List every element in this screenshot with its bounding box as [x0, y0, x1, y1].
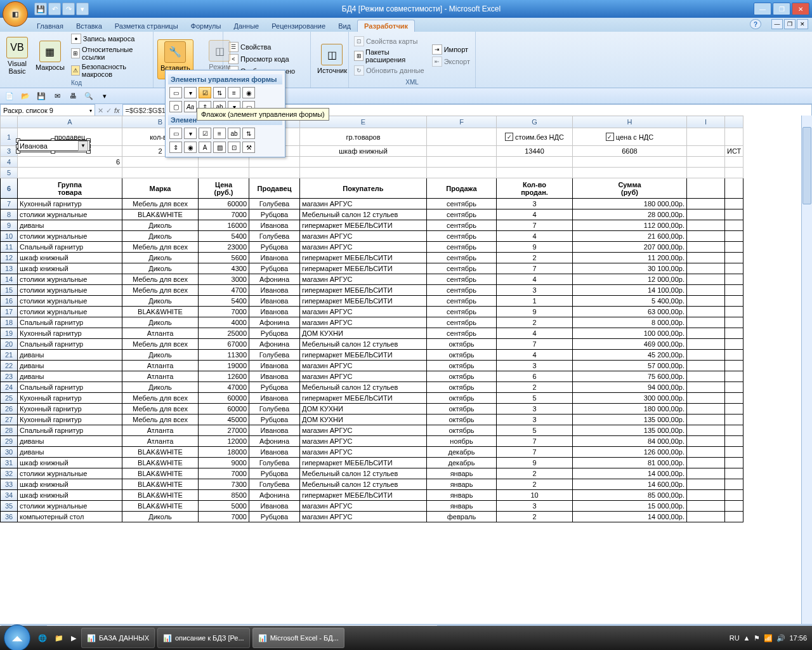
cell[interactable]: Мебельный салон 12 стульев [300, 382, 427, 393]
cell[interactable]: диваны [18, 436, 122, 447]
cell[interactable]: 67000 [199, 339, 249, 350]
cell[interactable]: 63 000,00р. [573, 307, 687, 317]
cell[interactable]: сентябрь [427, 307, 497, 317]
cell[interactable] [300, 168, 427, 178]
cell[interactable]: 5 [497, 425, 573, 436]
pinned-explorer-icon[interactable]: 📁 [51, 634, 67, 642]
cell[interactable]: сентябрь [427, 231, 497, 242]
table-header-cell[interactable]: Марка [122, 178, 199, 199]
cell[interactable]: магазин АРГУС [300, 512, 427, 522]
cell[interactable]: Голубева [249, 479, 300, 490]
ax-more-icon[interactable]: ⚒ [242, 142, 255, 153]
fx-icon[interactable]: fx [114, 107, 120, 114]
cell[interactable]: 180 000,00р. [573, 199, 687, 209]
cell[interactable]: 4700 [199, 285, 249, 296]
cell[interactable]: BLAK&WHITE [122, 501, 199, 512]
cell[interactable]: магазин АРГУС [300, 371, 427, 382]
cell[interactable]: Мебельный салон 12 стульев [300, 339, 427, 350]
cell[interactable]: октябрь [427, 382, 497, 393]
cell[interactable]: Спальный гарнитур [18, 317, 122, 328]
cell[interactable]: 7 [497, 436, 573, 447]
cell[interactable]: 6 [497, 371, 573, 382]
cell[interactable]: Мебель для всех [122, 393, 199, 404]
cell[interactable]: ДОМ КУХНИ [300, 415, 427, 425]
form-dropdown-seller[interactable]: Иванова▼ [18, 140, 90, 151]
cell[interactable]: Афонина [249, 490, 300, 501]
cell[interactable]: BLAK&WHITE [122, 307, 199, 317]
taskbar-item[interactable]: 📊описание к БДЗ [Ре... [157, 628, 250, 648]
tray-up-icon[interactable]: ▲ [743, 634, 750, 642]
cell[interactable]: 3 [497, 404, 573, 415]
refresh-data-button[interactable]: ↻Обновить данные [353, 65, 428, 76]
cell[interactable]: шкаф книжный [18, 490, 122, 501]
cell[interactable]: диваны [18, 447, 122, 458]
cell[interactable]: Афонина [249, 274, 300, 285]
cell[interactable]: столики журнальные [18, 231, 122, 242]
cell[interactable]: Голубева [249, 404, 300, 415]
cell[interactable]: Иванова [249, 393, 300, 404]
cell[interactable]: Диколь [122, 296, 199, 307]
cell[interactable]: 9 [497, 242, 573, 253]
cell[interactable]: Диколь [122, 382, 199, 393]
cell[interactable]: диваны [18, 371, 122, 382]
cell[interactable]: 16000 [199, 220, 249, 231]
cell[interactable]: магазин АРГУС [300, 425, 427, 436]
row-header[interactable]: 3 [1, 146, 18, 157]
col-header[interactable]: H [573, 116, 687, 128]
ax-toggle-icon[interactable]: ⊡ [228, 142, 240, 153]
tray-volume-icon[interactable]: 🔊 [776, 634, 785, 642]
cell[interactable]: сентябрь [427, 296, 497, 307]
cell[interactable]: 300 000,00р. [573, 393, 687, 404]
cell[interactable] [687, 146, 725, 157]
button-control-icon[interactable]: ▭ [169, 87, 182, 98]
cell[interactable]: гипермаркет МЕБЕЛЬСИТИ [300, 253, 427, 263]
table-header-cell[interactable]: Продажа [427, 178, 497, 199]
cell[interactable]: 12 000,00р. [573, 274, 687, 285]
mdi-close[interactable]: ✕ [797, 19, 808, 29]
checkbox-control-icon[interactable]: ☑ [199, 87, 211, 98]
col-header[interactable] [725, 116, 743, 128]
cell[interactable] [687, 168, 725, 178]
table-header-cell[interactable]: Цена (руб.) [199, 178, 249, 199]
cell[interactable]: BLAK&WHITE [122, 468, 199, 479]
cell[interactable]: столики журнальные [18, 209, 122, 220]
ax-image-icon[interactable]: ▨ [213, 142, 226, 153]
worksheet-grid[interactable]: ABCDEFGHI1продавецкол-вогр.товаров✓стоим… [0, 116, 743, 522]
cell[interactable]: 9 [497, 458, 573, 468]
cell[interactable]: 112 000,00р. [573, 220, 687, 231]
cell[interactable]: диваны [18, 220, 122, 231]
cell[interactable]: ДОМ КУХНИ [300, 404, 427, 415]
cell[interactable]: 21 600,00р. [573, 231, 687, 242]
row-header[interactable]: 4 [1, 157, 18, 168]
cell[interactable]: 8 000,00р. [573, 317, 687, 328]
cell[interactable]: октябрь [427, 404, 497, 415]
cell[interactable]: 7 [497, 220, 573, 231]
pinned-media-icon[interactable]: ▶ [67, 634, 80, 642]
cell[interactable]: Диколь [122, 317, 199, 328]
cell[interactable]: январь [427, 490, 497, 501]
cell[interactable]: Мебельный салон 12 стульев [300, 209, 427, 220]
cell[interactable]: Иванова [249, 253, 300, 263]
cell[interactable] [725, 157, 743, 168]
cell[interactable]: 2 [497, 317, 573, 328]
qat2-mail-icon[interactable]: ✉ [50, 90, 64, 102]
cell[interactable] [573, 157, 687, 168]
cell[interactable]: магазин АРГУС [300, 361, 427, 371]
cell[interactable]: сентябрь [427, 317, 497, 328]
visual-basic-button[interactable]: VBVisual Basic [4, 36, 30, 76]
cell[interactable]: магазин АРГУС [300, 199, 427, 209]
cell[interactable]: Рубцова [249, 263, 300, 274]
qat-undo-icon[interactable]: ↶ [48, 3, 61, 15]
cell[interactable]: Афонина [249, 317, 300, 328]
table-header-cell[interactable]: Кол-во продан. [497, 178, 573, 199]
mdi-minimize[interactable]: — [771, 19, 783, 29]
ribbon-tab-Разметка страницы[interactable]: Разметка страницы [108, 20, 185, 32]
cell[interactable]: 14 000,00р. [573, 512, 687, 522]
cell[interactable]: гипермаркет МЕБЕЛЬСИТИ [300, 296, 427, 307]
cell[interactable]: Голубева [249, 458, 300, 468]
dropdown-arrow-icon[interactable]: ▼ [78, 141, 88, 151]
cell[interactable]: BLAK&WHITE [122, 209, 199, 220]
cell[interactable]: столики журнальные [18, 501, 122, 512]
cell[interactable]: Атланта [122, 436, 199, 447]
cell[interactable]: 6608 [573, 146, 687, 157]
